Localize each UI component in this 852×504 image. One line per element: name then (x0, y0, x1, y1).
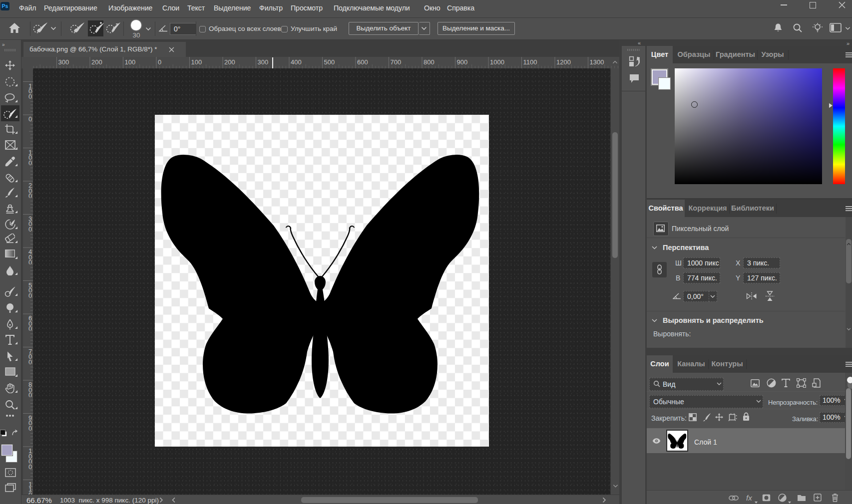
svg-text:0: 0 (158, 58, 161, 66)
svg-text:0: 0 (28, 226, 32, 233)
svg-text:100: 100 (125, 58, 136, 66)
svg-text:500: 500 (324, 58, 335, 66)
svg-text:1300: 1300 (590, 58, 604, 66)
svg-text:0: 0 (28, 391, 32, 399)
svg-text:800: 800 (424, 58, 434, 66)
svg-text:600: 600 (357, 58, 368, 66)
svg-text:100: 100 (191, 58, 202, 66)
svg-text:0: 0 (28, 192, 32, 200)
svg-text:0: 0 (28, 258, 32, 266)
svg-text:300: 300 (258, 58, 269, 66)
svg-text:0: 0 (28, 425, 32, 432)
svg-text:1000: 1000 (490, 58, 504, 66)
svg-text:700: 700 (391, 58, 402, 66)
svg-text:1200: 1200 (556, 58, 571, 66)
svg-text:900: 900 (457, 58, 468, 66)
svg-text:400: 400 (291, 58, 302, 66)
svg-text:0: 0 (28, 292, 32, 299)
svg-text:0: 0 (28, 325, 32, 332)
svg-text:200: 200 (91, 58, 102, 66)
svg-text:1100: 1100 (523, 58, 537, 66)
svg-text:300: 300 (58, 58, 69, 66)
svg-text:0: 0 (28, 93, 32, 100)
svg-text:0: 0 (28, 159, 32, 167)
svg-text:200: 200 (224, 58, 235, 66)
svg-text:0: 0 (28, 491, 32, 495)
svg-text:0: 0 (28, 358, 32, 366)
